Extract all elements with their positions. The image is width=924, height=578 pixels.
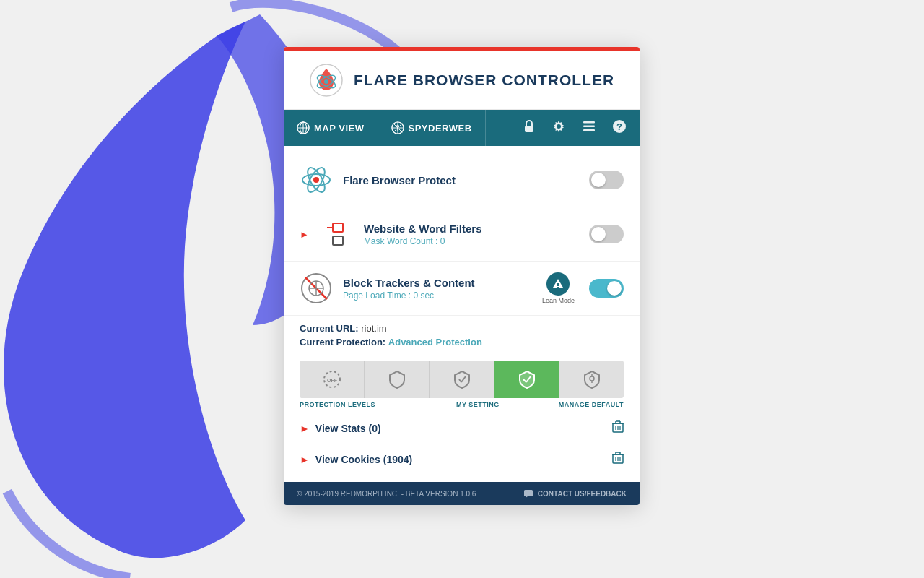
map-icon [297, 121, 310, 134]
panel-footer: © 2015-2019 REDMORPH INC. - BETA VERSION… [284, 482, 640, 505]
footer-contact[interactable]: CONTACT US/FEEDBACK [523, 489, 627, 498]
protect-toggle[interactable] [589, 171, 624, 189]
footer-copyright: © 2015-2019 REDMORPH INC. - BETA VERSION… [297, 490, 476, 498]
svg-point-23 [313, 177, 319, 183]
lean-mode-badge: Lean Mode [542, 272, 575, 304]
prot-btn-4[interactable] [559, 361, 624, 398]
block-trackers-toggle-thumb [607, 281, 622, 296]
block-trackers-subtitle: Page Load Time : 0 sec [343, 290, 532, 301]
footer-contact-label: CONTACT US/FEEDBACK [538, 490, 627, 498]
word-filters-icon [321, 217, 354, 251]
svg-line-41 [461, 376, 466, 382]
stats-trash-icon[interactable] [612, 420, 624, 436]
block-trackers-icon [300, 272, 333, 305]
svg-point-14 [396, 129, 398, 131]
svg-point-17 [557, 124, 561, 129]
gear-icon[interactable] [549, 116, 569, 140]
stats-chevron: ► [300, 423, 310, 434]
svg-text:?: ? [616, 121, 622, 132]
protection-bar: OFF [300, 361, 624, 398]
lean-mode-icon [546, 272, 570, 296]
nav-icons: ? [510, 110, 640, 146]
svg-rect-36 [557, 283, 559, 286]
expand-arrow[interactable]: ► [300, 229, 309, 240]
svg-rect-63 [524, 490, 533, 496]
prot-label-0: PROTECTION LEVELS [300, 401, 430, 408]
svg-point-3 [324, 79, 328, 84]
chat-icon [523, 489, 533, 498]
view-cookies-label: View Cookies (1904) [315, 454, 612, 465]
prot-btn-3[interactable] [494, 361, 559, 398]
word-filters-toggle-track [589, 225, 624, 243]
cookies-trash-icon[interactable] [612, 452, 624, 467]
spider-icon [391, 121, 404, 134]
word-filters-title: Website & Word Filters [364, 223, 579, 235]
lock-icon[interactable] [520, 116, 539, 140]
view-stats-label: View Stats (0) [315, 423, 612, 434]
current-protection-line: Current Protection: Advanced Protection [300, 337, 624, 348]
panel-content: Flare Browser Protect ► Website & Wor [284, 146, 640, 482]
block-trackers-toggle[interactable] [589, 279, 624, 298]
protect-toggle-track [589, 171, 624, 189]
prot-btn-2[interactable] [430, 361, 494, 398]
block-trackers-toggle-track [589, 279, 624, 298]
flare-protect-row: Flare Browser Protect [284, 153, 640, 207]
word-filters-toggle-thumb [591, 227, 606, 241]
current-url-value: riot.im [361, 323, 386, 334]
current-protection-value: Advanced Protection [388, 337, 482, 348]
nav-bar: MAP VIEW SPYDERWEB [284, 110, 640, 146]
protect-icon [300, 163, 333, 197]
view-stats-row[interactable]: ► View Stats (0) [284, 413, 640, 444]
map-view-label: MAP VIEW [314, 123, 365, 134]
protect-text: Flare Browser Protect [343, 174, 579, 186]
panel-title: FLARE BROWSER CONTROLLER [354, 72, 614, 89]
svg-point-13 [396, 125, 399, 128]
nav-map-view[interactable]: MAP VIEW [284, 110, 378, 146]
status-section: Current URL: riot.im Current Protection:… [284, 316, 640, 355]
word-filters-subtitle: Mask Word Count : 0 [364, 236, 579, 246]
svg-rect-28 [333, 236, 343, 245]
block-trackers-text: Block Trackers & Content Page Load Time … [343, 277, 532, 301]
protect-toggle-thumb [591, 173, 606, 187]
svg-rect-20 [583, 129, 595, 131]
list-icon[interactable] [579, 117, 599, 139]
spyderweb-label: SPYDERWEB [409, 123, 472, 134]
current-url-label: Current URL: [300, 323, 359, 334]
current-protection-label: Current Protection: [300, 337, 385, 348]
svg-rect-27 [333, 223, 343, 232]
lean-mode-label: Lean Mode [542, 297, 575, 304]
prot-label-my: MY SETTING [430, 401, 527, 408]
main-panel: FLARE BROWSER CONTROLLER MAP VIEW SP [284, 47, 640, 505]
current-url-line: Current URL: riot.im [300, 323, 624, 334]
svg-rect-37 [557, 287, 559, 288]
prot-label-manage: MANAGE DEFAULT [526, 401, 624, 408]
svg-point-44 [590, 376, 594, 381]
block-trackers-row: Block Trackers & Content Page Load Time … [284, 262, 640, 316]
flare-logo [309, 63, 344, 98]
block-trackers-title: Block Trackers & Content [343, 277, 532, 289]
svg-rect-15 [525, 126, 533, 132]
svg-text:OFF: OFF [327, 378, 338, 383]
protect-title: Flare Browser Protect [343, 174, 579, 186]
help-icon[interactable]: ? [609, 116, 629, 140]
view-cookies-row[interactable]: ► View Cookies (1904) [284, 444, 640, 475]
svg-rect-18 [583, 121, 595, 124]
prot-btn-off[interactable]: OFF [300, 361, 365, 398]
svg-rect-19 [583, 125, 595, 127]
cookies-chevron: ► [300, 454, 310, 465]
panel-header: FLARE BROWSER CONTROLLER [284, 51, 640, 110]
word-filters-text: Website & Word Filters Mask Word Count :… [364, 223, 579, 246]
prot-btn-1[interactable] [365, 361, 430, 398]
word-filters-row: ► Website & Word Filters Mask Word Count… [284, 207, 640, 262]
prot-labels: PROTECTION LEVELS MY SETTING MANAGE DEFA… [300, 401, 624, 408]
nav-spyderweb[interactable]: SPYDERWEB [378, 110, 486, 146]
word-filters-toggle[interactable] [589, 225, 624, 243]
